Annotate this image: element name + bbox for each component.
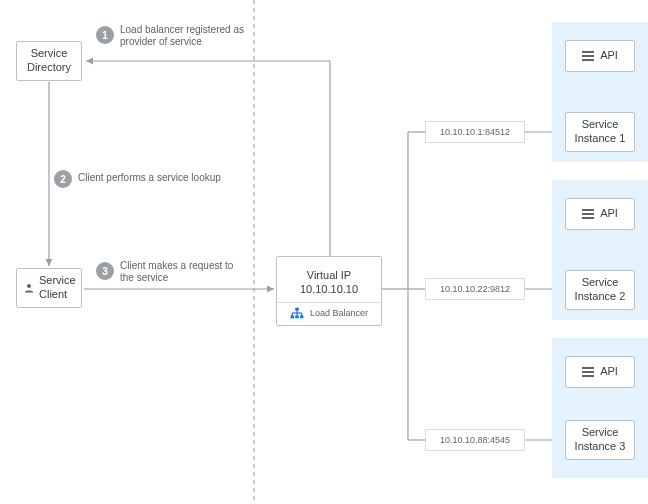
step-3-label: Client makes a request to the service (120, 260, 240, 284)
svg-rect-29 (300, 316, 304, 319)
api-box-3: API (565, 356, 635, 388)
service-client: Service Client (16, 268, 82, 308)
service-directory: Service Directory (16, 41, 82, 81)
list-icon (582, 367, 594, 377)
api-box-1: API (565, 40, 635, 72)
svg-rect-11 (582, 51, 594, 53)
list-icon (582, 209, 594, 219)
service-instance-3: Service Instance 3 (565, 420, 635, 460)
endpoint-ip-1: 10.10.10.1:84512 (425, 121, 525, 143)
api-label: API (600, 207, 618, 221)
step-3-badge: 3 (96, 262, 114, 280)
svg-rect-27 (291, 316, 295, 319)
svg-rect-28 (295, 316, 299, 319)
step-1-badge: 1 (96, 26, 114, 44)
step-2-badge: 2 (54, 170, 72, 188)
svg-rect-19 (582, 375, 594, 377)
api-label: API (600, 365, 618, 379)
virtual-ip-title: Virtual IP (307, 269, 351, 283)
svg-rect-14 (582, 209, 594, 211)
endpoint-ip-2: 10.10.10.22:9812 (425, 278, 525, 300)
load-balancer: Virtual IP 10.10.10.10 Load Balancer (276, 256, 382, 326)
load-balancer-icon (290, 307, 304, 319)
svg-rect-12 (582, 55, 594, 57)
divider (277, 302, 381, 303)
service-instance-1: Service Instance 1 (565, 112, 635, 152)
svg-rect-21 (295, 308, 299, 311)
svg-rect-13 (582, 59, 594, 61)
svg-rect-18 (582, 371, 594, 373)
endpoint-ip-3: 10.10.10.88:4545 (425, 429, 525, 451)
service-client-label: Service Client (39, 274, 76, 302)
svg-rect-16 (582, 217, 594, 219)
svg-rect-17 (582, 367, 594, 369)
service-instance-2: Service Instance 2 (565, 270, 635, 310)
api-box-2: API (565, 198, 635, 230)
load-balancer-label: Load Balancer (310, 308, 368, 319)
step-1-label: Load balancer registered as provider of … (120, 24, 250, 48)
user-icon (23, 282, 35, 294)
virtual-ip-address: 10.10.10.10 (300, 283, 358, 297)
api-label: API (600, 49, 618, 63)
list-icon (582, 51, 594, 61)
diagram-canvas: API API API Service Instance 1 Service I… (0, 0, 648, 504)
svg-point-20 (27, 284, 31, 288)
step-2-label: Client performs a service lookup (78, 172, 221, 184)
svg-rect-15 (582, 213, 594, 215)
